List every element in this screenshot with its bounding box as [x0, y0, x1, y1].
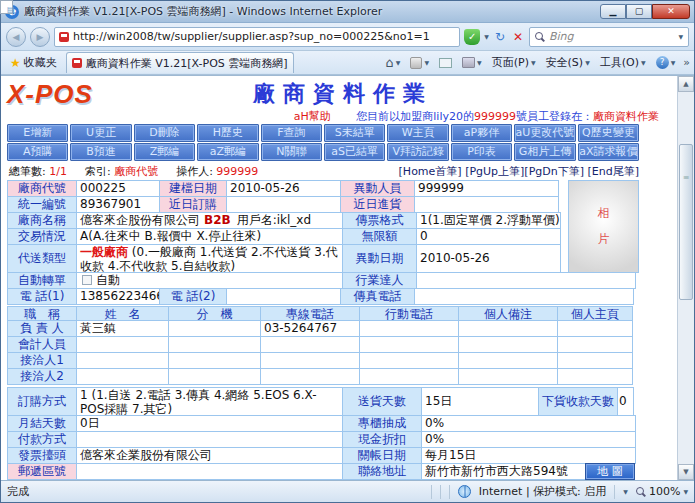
button-delete[interactable]: D刪除: [134, 124, 195, 142]
map-button[interactable]: 地 圖: [585, 463, 635, 480]
pay-days-value[interactable]: 0日: [617, 387, 634, 416]
menu-page[interactable]: 页面(P)▼: [490, 54, 538, 71]
contact-address-value[interactable]: 新竹市新竹市西大路594號: [421, 463, 586, 480]
address-input[interactable]: http://win2008/tw/supplier/supplier.asp?…: [54, 27, 460, 47]
feeds-button[interactable]: ▼: [408, 56, 431, 70]
button-main-page[interactable]: W主頁: [387, 124, 448, 142]
supplier-code-value[interactable]: 000225: [76, 180, 160, 197]
contact-homepage[interactable]: [557, 320, 633, 337]
invoice-address-value[interactable]: [421, 479, 586, 480]
close-button[interactable]: ✕: [652, 4, 690, 19]
forward-button[interactable]: ▶: [30, 27, 50, 47]
favorites-button[interactable]: ★ 收藏夹: [5, 53, 62, 72]
button-photo-upload[interactable]: G相片上傳: [514, 143, 575, 161]
vertical-scrollbar[interactable]: ▲ ▼: [677, 76, 694, 480]
recent-order-value[interactable]: [226, 196, 341, 213]
home-button[interactable]: ⌂▼: [384, 54, 403, 71]
supplier-name-value[interactable]: 億客來企股份有限公司B2B用戶名:ikl_xd: [76, 212, 343, 229]
scrollbar-thumb[interactable]: [679, 144, 693, 300]
contact-mobile[interactable]: [359, 368, 459, 385]
contact-homepage[interactable]: [557, 352, 633, 369]
recent-in-value[interactable]: [414, 196, 559, 213]
read-mail-button[interactable]: [437, 57, 454, 69]
search-input[interactable]: Bing ▼: [529, 27, 689, 47]
contact-phone[interactable]: [260, 336, 360, 353]
button-quote-request[interactable]: aX請求報價: [578, 143, 639, 161]
closing-date-value[interactable]: 每月15日: [421, 447, 636, 464]
mod-date-value[interactable]: 2010-05-26: [416, 244, 561, 273]
contact-note[interactable]: [458, 320, 558, 337]
refresh-icon[interactable]: ↻: [493, 30, 507, 44]
map-button-2[interactable]: 地 圖: [585, 479, 635, 480]
contact-name[interactable]: [76, 352, 169, 369]
contact-mobile[interactable]: [359, 320, 459, 337]
phone2-value[interactable]: [226, 288, 341, 305]
button-change-code[interactable]: aU更改代號: [514, 124, 575, 142]
month-days-value[interactable]: 0日: [76, 415, 343, 432]
b2b-badge[interactable]: B2B: [204, 213, 231, 227]
button-query[interactable]: F查詢: [261, 124, 322, 142]
chevron-more-icon[interactable]: »: [683, 56, 690, 69]
stop-icon[interactable]: ✕: [511, 30, 525, 44]
button-zip2[interactable]: aZ郵編: [197, 143, 258, 161]
button-open-orders[interactable]: S未結單: [324, 124, 385, 142]
contact-name[interactable]: [76, 336, 169, 353]
counter-cut-value[interactable]: 0%: [421, 415, 636, 432]
button-pre-in[interactable]: B預進: [70, 143, 131, 161]
button-relation[interactable]: N關聯: [261, 143, 322, 161]
compatibility-toggle[interactable]: ▤▼: [623, 488, 628, 495]
contact-ext[interactable]: [168, 336, 261, 353]
help-link[interactable]: aH幫助: [294, 110, 331, 123]
menu-tools[interactable]: 工具(O)▼: [598, 54, 648, 71]
shield-dropdown-icon[interactable]: ▼: [484, 33, 489, 40]
cash-discount-value[interactable]: 0%: [421, 431, 636, 448]
back-button[interactable]: ◀: [6, 27, 26, 47]
fax-value[interactable]: [414, 288, 634, 305]
maximize-button[interactable]: ▢: [626, 4, 652, 19]
button-pre-order[interactable]: A預購: [7, 143, 68, 161]
zip2-value[interactable]: [76, 479, 343, 480]
contact-name[interactable]: 黃三鎮: [76, 320, 169, 337]
menu-safety[interactable]: 安全(S)▼: [544, 54, 592, 71]
button-closed-orders[interactable]: aS已結單: [324, 143, 385, 161]
modifier-value[interactable]: 999999: [414, 180, 559, 197]
tax-id-value[interactable]: 89367901: [76, 196, 160, 213]
button-history-change[interactable]: Q歷史變更: [578, 124, 639, 142]
invoice-title-value[interactable]: 億客來企業股份有限公司: [76, 447, 343, 464]
delivery-type-value[interactable]: 一般廠商 (0.一般廠商 1.代送貨 2.不代送貨 3.代收款 4.不代收款 5…: [76, 244, 343, 273]
pay-method-value[interactable]: [76, 431, 343, 448]
contact-ext[interactable]: [168, 320, 261, 337]
button-update[interactable]: U更正: [70, 124, 131, 142]
ship-days-value[interactable]: 15日: [421, 387, 539, 416]
button-partner[interactable]: aP夥伴: [451, 124, 512, 142]
voucher-format-value[interactable]: 1(1.固定單價 2.浮動單價): [416, 212, 561, 229]
trade-status-value[interactable]: A(A.往來中 B.報價中 X.停止往來): [76, 228, 343, 245]
order-method-value[interactable]: 1 (1.自送 2.電話 3.傳真 4.網絡 5.EOS 6.X-POS採購 7…: [76, 387, 343, 416]
contact-mobile[interactable]: [359, 352, 459, 369]
phone1-value[interactable]: 13856223466: [76, 288, 160, 305]
contact-mobile[interactable]: [359, 336, 459, 353]
contact-name[interactable]: [76, 368, 169, 385]
button-add[interactable]: E增新: [7, 124, 68, 142]
scroll-up-icon[interactable]: ▲: [678, 76, 694, 92]
button-history[interactable]: H歷史: [197, 124, 258, 142]
scroll-down-icon[interactable]: ▼: [678, 464, 694, 480]
print-button[interactable]: ▼: [460, 56, 484, 69]
contact-note[interactable]: [458, 368, 558, 385]
contact-phone[interactable]: 03-5264767: [260, 320, 360, 337]
create-date-value[interactable]: 2010-05-26: [226, 180, 341, 197]
contact-note[interactable]: [458, 352, 558, 369]
button-print-table[interactable]: P印表: [451, 143, 512, 161]
auto-transfer-checkbox[interactable]: [82, 275, 92, 285]
zip1-value[interactable]: [76, 463, 343, 480]
contact-note[interactable]: [458, 336, 558, 353]
contact-ext[interactable]: [168, 352, 261, 369]
scrollbar-track[interactable]: [678, 92, 694, 464]
safety-shield-icon[interactable]: ✓: [464, 29, 480, 45]
contact-homepage[interactable]: [557, 368, 633, 385]
no-limit-value[interactable]: 0: [416, 228, 561, 245]
button-zip[interactable]: Z郵編: [134, 143, 195, 161]
help-button[interactable]: ?▼: [654, 55, 678, 70]
tab-supplier-page[interactable]: 廠商資料作業 V1.21[X-POS 雲端商務網]: [66, 52, 294, 73]
button-visit-log[interactable]: V拜訪記錄: [387, 143, 448, 161]
